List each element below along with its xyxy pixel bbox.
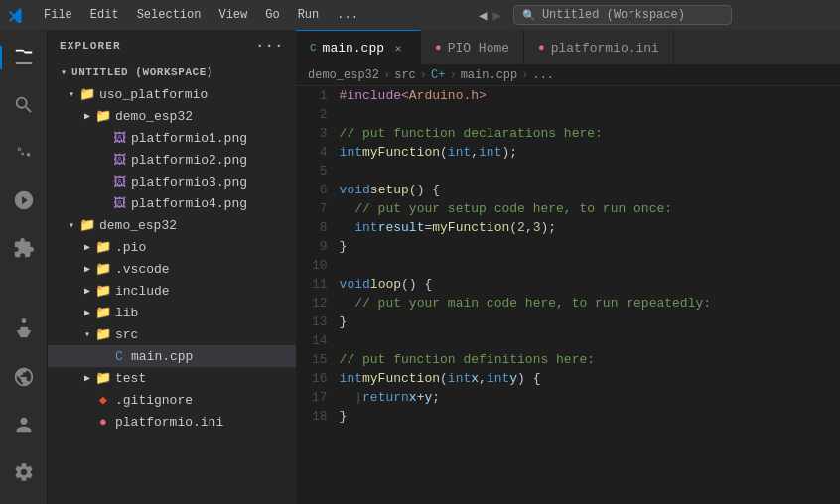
code-line-12: // put your main code here, to run repea…	[340, 294, 824, 313]
breadcrumb-lang: C+	[431, 68, 445, 82]
main-cpp-label: main.cpp	[131, 349, 193, 364]
menu-view[interactable]: View	[210, 6, 255, 24]
menu-file[interactable]: File	[36, 6, 80, 24]
folder-pio[interactable]: ▶ 📁 .pio	[48, 236, 296, 258]
menu-more[interactable]: ...	[329, 6, 366, 24]
code-line-3: // put function declarations here:	[340, 124, 824, 143]
tab-close-main[interactable]: ✕	[390, 40, 406, 56]
tab-platformio-ini[interactable]: ● platformio.ini	[524, 30, 674, 64]
tab-ini-label: platformio.ini	[551, 41, 659, 56]
tab-main-cpp-label: main.cpp	[323, 41, 384, 56]
menu-go[interactable]: Go	[257, 6, 287, 24]
code-line-11: void loop() {	[340, 275, 824, 294]
activity-settings[interactable]	[0, 448, 48, 496]
ini-icon: ●	[95, 414, 111, 430]
file-platformio-ini[interactable]: ● platformio.ini	[48, 411, 296, 433]
activity-run-debug[interactable]	[0, 177, 48, 224]
folder-icon: 📁	[95, 326, 111, 342]
sep2: ›	[420, 68, 427, 82]
workspace-root[interactable]: ▾ UNTITLED (WORKSPACE)	[48, 62, 296, 83]
platformio1-label: platformio1.png	[131, 131, 247, 146]
activity-bar	[0, 30, 48, 504]
code-editor[interactable]: 1234 5678 9101112 13141516 1718 #include…	[296, 86, 840, 504]
png-icon: 🖼	[111, 152, 127, 168]
sep1: ›	[383, 68, 390, 82]
menu-edit[interactable]: Edit	[82, 6, 127, 24]
folder-demo-esp32-2[interactable]: ▾ 📁 demo_esp32	[48, 214, 296, 236]
menu-run[interactable]: Run	[290, 6, 328, 24]
code-line-7: // put your setup code here, to run once…	[340, 199, 824, 218]
platformio-ini-label: platformio.ini	[115, 415, 223, 430]
demo1-arrow: ▶	[79, 108, 95, 124]
folder-include[interactable]: ▶ 📁 include	[48, 280, 296, 302]
activity-account[interactable]	[0, 401, 48, 448]
tab-ini-icon: ●	[538, 42, 545, 54]
breadcrumb-file[interactable]: main.cpp	[461, 68, 518, 82]
titlebar-search[interactable]: 🔍 Untitled (Workspace)	[513, 5, 732, 25]
file-gitignore[interactable]: ◆ .gitignore	[48, 389, 296, 411]
token: #include	[340, 86, 401, 105]
code-line-15: // put function definitions here:	[340, 350, 824, 369]
file-platformio1[interactable]: 🖼 platformio1.png	[48, 127, 296, 149]
demo2-label: demo_esp32	[99, 218, 177, 233]
empty-arrow	[95, 130, 111, 146]
folder-vscode[interactable]: ▶ 📁 .vscode	[48, 258, 296, 280]
breadcrumb-src[interactable]: src	[394, 68, 416, 82]
activity-explorer[interactable]	[0, 34, 48, 81]
explorer-label: Explorer	[60, 40, 121, 52]
code-line-9: }	[340, 237, 824, 256]
code-line-14	[340, 331, 824, 350]
test-label: test	[115, 371, 146, 386]
platformio3-label: platformio3.png	[131, 175, 247, 189]
uso-label: uso_platformio	[99, 87, 208, 102]
nav-forward[interactable]: ▶	[492, 7, 500, 24]
activity-extensions[interactable]	[0, 224, 48, 272]
file-platformio3[interactable]: 🖼 platformio3.png	[48, 171, 296, 192]
sidebar-more[interactable]: ···	[255, 38, 284, 54]
pio-label: .pio	[115, 240, 146, 255]
code-line-18: }	[340, 407, 824, 426]
folder-test[interactable]: ▶ 📁 test	[48, 367, 296, 389]
code-line-13: }	[340, 313, 824, 331]
menu-bar: File Edit Selection View Go Run ...	[36, 6, 366, 24]
activity-remote[interactable]	[0, 353, 48, 401]
code-content: #include <Arduino.h> // put function dec…	[340, 86, 840, 504]
code-line-1: #include <Arduino.h>	[340, 86, 824, 105]
file-main-cpp[interactable]: C main.cpp	[48, 345, 296, 367]
workspace-arrow: ▾	[56, 64, 71, 80]
folder-demo-esp32-1[interactable]: ▶ 📁 demo_esp32	[48, 105, 296, 127]
code-line-10	[340, 256, 824, 275]
cpp-icon: C	[111, 348, 127, 364]
file-platformio4[interactable]: 🖼 platformio4.png	[48, 192, 296, 214]
folder-uso-platformio[interactable]: ▾ 📁 uso_platformio	[48, 83, 296, 105]
tab-main-cpp[interactable]: C main.cpp ✕	[296, 30, 421, 64]
folder-icon: 📁	[95, 108, 111, 124]
png-icon: 🖼	[111, 174, 127, 189]
folder-src[interactable]: ▾ 📁 src	[48, 323, 296, 345]
breadcrumb-more[interactable]: ...	[532, 68, 554, 82]
sidebar-header: Explorer ···	[48, 30, 296, 62]
code-line-17: | return x + y;	[340, 388, 824, 407]
tab-bar: C main.cpp ✕ ● PIO Home ● platformio.ini	[296, 30, 840, 64]
menu-selection[interactable]: Selection	[129, 6, 210, 24]
platformio2-label: platformio2.png	[131, 153, 247, 168]
file-platformio2[interactable]: 🖼 platformio2.png	[48, 149, 296, 171]
tab-pio-label: PIO Home	[448, 41, 509, 56]
activity-bottom	[0, 306, 48, 504]
workspace-label: UNTITLED (WORKSPACE)	[71, 66, 213, 78]
platformio4-label: platformio4.png	[131, 196, 247, 211]
code-line-5	[340, 162, 824, 181]
main-layout: Explorer ··· ▾ UNTITLED (WORKSPACE) ▾ 📁 …	[0, 30, 840, 504]
folder-icon: 📁	[79, 217, 95, 233]
vscode-icon	[8, 7, 24, 23]
breadcrumb-demo[interactable]: demo_esp32	[308, 68, 379, 82]
activity-source-control[interactable]	[0, 129, 48, 177]
nav-back[interactable]: ◀	[479, 7, 487, 24]
activity-search[interactable]	[0, 81, 48, 129]
demo2-arrow: ▾	[64, 217, 79, 233]
tab-pio-home[interactable]: ● PIO Home	[421, 30, 524, 64]
search-icon: 🔍	[522, 9, 536, 22]
workspace-title: Untitled (Workspace)	[542, 8, 685, 22]
folder-lib[interactable]: ▶ 📁 lib	[48, 302, 296, 323]
activity-test[interactable]	[0, 306, 48, 353]
